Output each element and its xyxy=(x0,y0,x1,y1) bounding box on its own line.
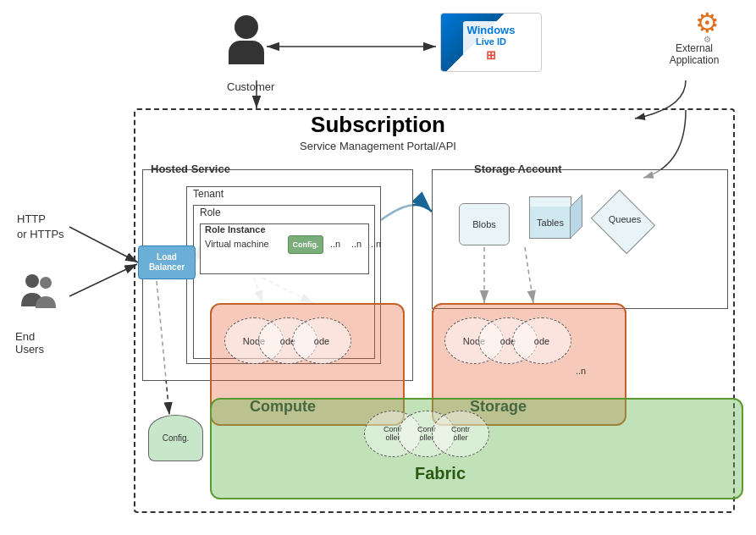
load-balancer: Load Balancer xyxy=(138,245,196,279)
http-label: HTTP or HTTPs xyxy=(17,212,64,242)
svg-point-14 xyxy=(25,274,39,288)
controller-3: Controller xyxy=(432,411,489,457)
svg-point-15 xyxy=(40,277,52,289)
role-label: Role xyxy=(200,207,221,218)
compute-node-3-label: ode xyxy=(314,336,329,346)
blobs-box: Blobs xyxy=(459,203,510,245)
external-app-area: ⚙ ⚙ xyxy=(669,7,745,44)
customer-label: Customer xyxy=(227,80,274,93)
vm-label: Virtual machine xyxy=(205,239,269,249)
service-mgmt-label: Service Management Portal/API xyxy=(0,140,756,152)
end-users-label: End Users xyxy=(15,330,44,356)
end-users-area xyxy=(17,271,68,320)
controller-3-label: Controller xyxy=(451,426,470,443)
queues-label: Queues xyxy=(599,214,650,224)
storage-dot-n: ..n xyxy=(576,366,586,376)
role-instance-label: Role Instance xyxy=(205,224,266,234)
storage-node-3-label: ode xyxy=(534,336,549,346)
config-button[interactable]: Config. xyxy=(288,235,323,254)
end-users-icon xyxy=(17,271,68,317)
windows-live-box: Windows Live ID ⊞ xyxy=(440,13,542,72)
config-cylinder-label: Config. xyxy=(163,433,190,443)
tables-3d: Tables xyxy=(529,196,580,243)
customer-icon xyxy=(229,15,264,64)
fabric-label: Fabric xyxy=(415,464,466,483)
svg-line-7 xyxy=(69,264,137,296)
storage-node-3: ode xyxy=(512,317,571,364)
config-cylinder: Config. xyxy=(148,415,203,461)
windows-live-label: Windows Live ID ⊞ xyxy=(463,21,520,64)
dot-n-3: ..n xyxy=(371,239,381,249)
subscription-title: Subscription xyxy=(0,112,756,138)
tenant-label: Tenant xyxy=(193,188,223,200)
hosted-service-label: Hosted Service xyxy=(151,163,230,175)
tables-label: Tables xyxy=(537,218,564,228)
diagram-container: Customer Windows Live ID ⊞ ⚙ ⚙ External … xyxy=(0,0,756,535)
storage-account-label: Storage Account xyxy=(474,163,562,175)
blobs-label: Blobs xyxy=(472,219,496,229)
dot-n-2: ..n xyxy=(351,239,361,249)
external-app-label: External Application xyxy=(652,42,737,66)
compute-node-3: ode xyxy=(292,317,351,364)
dot-n-1: ..n xyxy=(330,239,340,249)
svg-line-6 xyxy=(69,227,138,262)
